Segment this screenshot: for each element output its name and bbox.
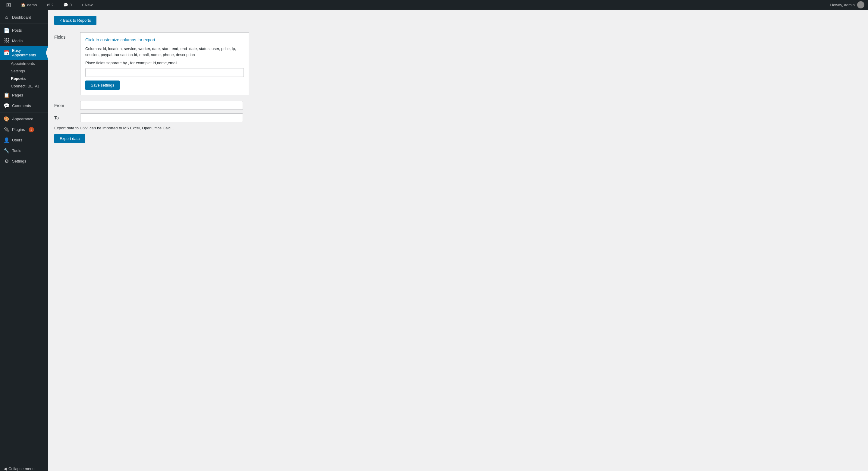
sidebar-item-label: Comments (12, 104, 31, 108)
to-row: To (54, 113, 259, 122)
site-name: demo (27, 3, 37, 7)
sidebar-item-label: Media (12, 38, 23, 43)
sidebar-item-dashboard[interactable]: ⌂ Dashboard (0, 12, 48, 22)
save-settings-button[interactable]: Save settings (85, 81, 120, 90)
sidebar-item-media[interactable]: 🖼 Media (0, 36, 48, 46)
site-name-item[interactable]: 🏠 demo (19, 0, 39, 10)
dashboard-icon: ⌂ (4, 14, 10, 20)
sidebar-item-tools[interactable]: 🔧 Tools (0, 145, 48, 156)
from-row: From (54, 101, 259, 110)
sidebar-item-label: Tools (12, 148, 21, 153)
from-label: From (54, 103, 75, 108)
sidebar-item-easy-appointments[interactable]: 📅 Easy Appointments (0, 46, 48, 60)
fields-row: Fields Click to customize columns for ex… (54, 32, 259, 95)
sidebar-item-label: Settings (12, 159, 26, 164)
main-content: < Back to Reports Fields Click to custom… (48, 10, 868, 471)
settings-icon: ⚙ (4, 158, 10, 164)
comments-icon: 💬 (63, 3, 68, 7)
sidebar-item-label: Easy Appointments (12, 48, 44, 57)
export-data-button[interactable]: Export data (54, 134, 85, 143)
sidebar-item-label: Plugins (12, 127, 25, 132)
media-icon: 🖼 (4, 38, 10, 43)
comments-item[interactable]: 💬 0 (61, 0, 74, 10)
sidebar-item-comments[interactable]: 💬 Comments (0, 100, 48, 111)
collapse-icon: ◀ (4, 467, 7, 471)
admin-menu: ⌂ Dashboard 📄 Posts 🖼 Media 📅 Easy Appoi… (0, 10, 48, 471)
sidebar-subitem-appointments[interactable]: Appointments (0, 60, 48, 67)
users-icon: 👤 (4, 137, 10, 143)
sidebar-item-label: Pages (12, 93, 23, 97)
export-description: Export data to CSV, can be imported to M… (54, 126, 259, 130)
customize-columns-link[interactable]: Click to customize columns for export (85, 37, 244, 42)
sidebar-item-users[interactable]: 👤 Users (0, 135, 48, 145)
plugins-icon: 🔌 (4, 127, 10, 133)
appearance-icon: 🎨 (4, 116, 10, 122)
sidebar-item-label: Posts (12, 28, 22, 33)
to-label: To (54, 116, 75, 120)
tools-icon: 🔧 (4, 148, 10, 153)
back-to-reports-button[interactable]: < Back to Reports (54, 16, 96, 25)
from-input[interactable] (80, 101, 243, 110)
sidebar-subitem-settings[interactable]: Settings (0, 67, 48, 75)
sidebar-item-posts[interactable]: 📄 Posts (0, 25, 48, 36)
revisions-count: 2 (52, 3, 54, 7)
place-fields-text: Place fields separate by , for example: … (85, 61, 244, 65)
posts-icon: 📄 (4, 27, 10, 33)
sidebar-item-pages[interactable]: 📋 Pages (0, 90, 48, 100)
pages-icon: 📋 (4, 92, 10, 98)
fields-box: Click to customize columns for export Co… (80, 32, 249, 95)
plugins-badge: 1 (29, 127, 34, 133)
sidebar-subitem-reports[interactable]: Reports (0, 75, 48, 82)
sidebar-item-appearance[interactable]: 🎨 Appearance (0, 114, 48, 124)
collapse-label: Collapse menu (8, 467, 35, 471)
sidebar-item-settings[interactable]: ⚙ Settings (0, 156, 48, 167)
home-icon: 🏠 (21, 3, 26, 7)
comments-sidebar-icon: 💬 (4, 103, 10, 109)
easy-appointments-icon: 📅 (4, 50, 10, 56)
fields-input[interactable] (85, 68, 244, 77)
avatar (857, 1, 864, 8)
fields-label: Fields (54, 32, 75, 39)
collapse-menu-item[interactable]: ◀ Collapse menu (0, 464, 48, 471)
columns-text: Columns: id, location, service, worker, … (85, 46, 244, 58)
sidebar-item-label: Dashboard (12, 15, 31, 20)
revisions-icon: ↺ (47, 3, 50, 7)
new-label: + New (82, 3, 93, 7)
wp-logo-item[interactable]: ⊞ (4, 0, 13, 10)
sidebar-item-label: Users (12, 138, 22, 142)
sidebar-item-label: Appearance (12, 117, 33, 121)
howdy-text: Howdy, admin (830, 3, 855, 7)
admin-bar: ⊞ 🏠 demo ↺ 2 💬 0 + New Howdy, admin (0, 0, 868, 10)
content-area: Fields Click to customize columns for ex… (54, 32, 259, 143)
wp-logo-icon: ⊞ (6, 1, 11, 8)
comments-count: 0 (70, 3, 72, 7)
revisions-item[interactable]: ↺ 2 (44, 0, 56, 10)
new-item[interactable]: + New (79, 0, 95, 10)
sidebar-item-plugins[interactable]: 🔌 Plugins 1 (0, 124, 48, 135)
sidebar-subitem-connect[interactable]: Connect [BETA] (0, 82, 48, 90)
to-input[interactable] (80, 113, 243, 122)
